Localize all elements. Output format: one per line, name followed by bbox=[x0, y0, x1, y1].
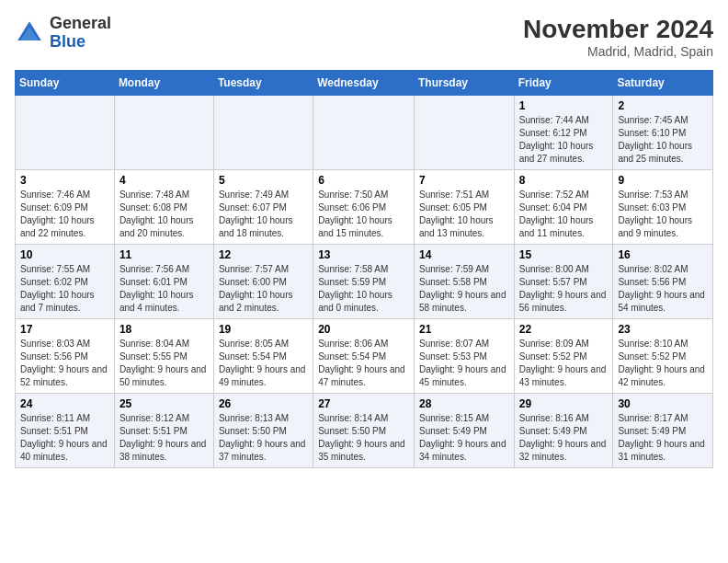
day-info: Sunrise: 7:58 AM Sunset: 5:59 PM Dayligh… bbox=[318, 263, 409, 315]
day-number: 9 bbox=[618, 174, 708, 187]
calendar-cell: 20Sunrise: 8:06 AM Sunset: 5:54 PM Dayli… bbox=[313, 319, 415, 394]
calendar-cell bbox=[313, 96, 415, 170]
day-info: Sunrise: 7:48 AM Sunset: 6:08 PM Dayligh… bbox=[119, 189, 209, 240]
header: General Blue November 2024 Madrid, Madri… bbox=[15, 15, 713, 59]
calendar-table: SundayMondayTuesdayWednesdayThursdayFrid… bbox=[15, 70, 713, 468]
calendar-cell: 25Sunrise: 8:12 AM Sunset: 5:51 PM Dayli… bbox=[114, 394, 213, 468]
calendar-week-row: 17Sunrise: 8:03 AM Sunset: 5:56 PM Dayli… bbox=[16, 319, 713, 394]
day-info: Sunrise: 8:15 AM Sunset: 5:49 PM Dayligh… bbox=[419, 412, 509, 464]
day-number: 17 bbox=[20, 323, 109, 336]
logo-general: General bbox=[50, 14, 111, 32]
day-info: Sunrise: 8:13 AM Sunset: 5:50 PM Dayligh… bbox=[219, 412, 308, 464]
day-number: 26 bbox=[219, 397, 308, 410]
day-info: Sunrise: 8:14 AM Sunset: 5:50 PM Dayligh… bbox=[318, 412, 409, 464]
logo-blue: Blue bbox=[50, 32, 85, 51]
calendar-cell: 2Sunrise: 7:45 AM Sunset: 6:10 PM Daylig… bbox=[613, 96, 713, 170]
day-header: Monday bbox=[114, 71, 213, 96]
day-info: Sunrise: 8:05 AM Sunset: 5:54 PM Dayligh… bbox=[219, 338, 308, 389]
day-number: 4 bbox=[119, 174, 209, 187]
calendar-cell: 26Sunrise: 8:13 AM Sunset: 5:50 PM Dayli… bbox=[213, 394, 313, 468]
day-header: Tuesday bbox=[213, 71, 313, 96]
day-number: 7 bbox=[419, 174, 509, 187]
day-number: 18 bbox=[119, 323, 209, 336]
day-header: Saturday bbox=[613, 71, 713, 96]
calendar-cell: 28Sunrise: 8:15 AM Sunset: 5:49 PM Dayli… bbox=[414, 394, 514, 468]
calendar-cell: 7Sunrise: 7:51 AM Sunset: 6:05 PM Daylig… bbox=[414, 170, 514, 245]
day-info: Sunrise: 8:07 AM Sunset: 5:53 PM Dayligh… bbox=[419, 338, 509, 389]
day-number: 8 bbox=[519, 174, 609, 187]
calendar-cell: 16Sunrise: 8:02 AM Sunset: 5:56 PM Dayli… bbox=[613, 245, 713, 319]
calendar-cell: 29Sunrise: 8:16 AM Sunset: 5:49 PM Dayli… bbox=[514, 394, 613, 468]
calendar-cell: 1Sunrise: 7:44 AM Sunset: 6:12 PM Daylig… bbox=[514, 96, 613, 170]
day-number: 21 bbox=[419, 323, 509, 336]
day-info: Sunrise: 8:02 AM Sunset: 5:56 PM Dayligh… bbox=[618, 263, 708, 315]
day-number: 13 bbox=[318, 248, 409, 261]
calendar-cell: 17Sunrise: 8:03 AM Sunset: 5:56 PM Dayli… bbox=[16, 319, 115, 394]
day-info: Sunrise: 8:11 AM Sunset: 5:51 PM Dayligh… bbox=[20, 412, 109, 464]
calendar-header-row: SundayMondayTuesdayWednesdayThursdayFrid… bbox=[16, 71, 713, 96]
day-number: 12 bbox=[219, 248, 308, 261]
day-info: Sunrise: 8:16 AM Sunset: 5:49 PM Dayligh… bbox=[519, 412, 609, 464]
day-info: Sunrise: 7:52 AM Sunset: 6:04 PM Dayligh… bbox=[519, 189, 609, 240]
day-number: 1 bbox=[519, 99, 609, 112]
calendar-cell: 19Sunrise: 8:05 AM Sunset: 5:54 PM Dayli… bbox=[213, 319, 313, 394]
calendar-cell bbox=[414, 96, 514, 170]
calendar-cell: 4Sunrise: 7:48 AM Sunset: 6:08 PM Daylig… bbox=[114, 170, 213, 245]
calendar-week-row: 10Sunrise: 7:55 AM Sunset: 6:02 PM Dayli… bbox=[16, 245, 713, 319]
day-number: 10 bbox=[20, 248, 109, 261]
logo-icon bbox=[15, 18, 44, 48]
calendar-cell: 5Sunrise: 7:49 AM Sunset: 6:07 PM Daylig… bbox=[213, 170, 313, 245]
day-number: 29 bbox=[519, 397, 609, 410]
day-number: 20 bbox=[318, 323, 409, 336]
day-header: Wednesday bbox=[313, 71, 415, 96]
day-number: 24 bbox=[20, 397, 109, 410]
calendar-cell: 23Sunrise: 8:10 AM Sunset: 5:52 PM Dayli… bbox=[613, 319, 713, 394]
calendar-week-row: 1Sunrise: 7:44 AM Sunset: 6:12 PM Daylig… bbox=[16, 96, 713, 170]
calendar-cell: 6Sunrise: 7:50 AM Sunset: 6:06 PM Daylig… bbox=[313, 170, 415, 245]
day-number: 2 bbox=[618, 99, 708, 112]
day-header: Sunday bbox=[16, 71, 115, 96]
day-info: Sunrise: 7:57 AM Sunset: 6:00 PM Dayligh… bbox=[219, 263, 308, 315]
day-info: Sunrise: 7:53 AM Sunset: 6:03 PM Dayligh… bbox=[618, 189, 708, 240]
calendar-cell bbox=[16, 96, 115, 170]
day-info: Sunrise: 8:10 AM Sunset: 5:52 PM Dayligh… bbox=[618, 338, 708, 389]
day-info: Sunrise: 8:17 AM Sunset: 5:49 PM Dayligh… bbox=[618, 412, 708, 464]
day-number: 15 bbox=[519, 248, 609, 261]
day-number: 5 bbox=[219, 174, 308, 187]
day-number: 30 bbox=[618, 397, 708, 410]
calendar-cell: 11Sunrise: 7:56 AM Sunset: 6:01 PM Dayli… bbox=[114, 245, 213, 319]
calendar-cell: 14Sunrise: 7:59 AM Sunset: 5:58 PM Dayli… bbox=[414, 245, 514, 319]
day-number: 23 bbox=[618, 323, 708, 336]
calendar-week-row: 24Sunrise: 8:11 AM Sunset: 5:51 PM Dayli… bbox=[16, 394, 713, 468]
logo-text: General Blue bbox=[50, 15, 111, 52]
calendar-cell: 22Sunrise: 8:09 AM Sunset: 5:52 PM Dayli… bbox=[514, 319, 613, 394]
title-block: November 2024 Madrid, Madrid, Spain bbox=[523, 15, 713, 59]
day-number: 27 bbox=[318, 397, 409, 410]
day-info: Sunrise: 8:03 AM Sunset: 5:56 PM Dayligh… bbox=[20, 338, 109, 389]
day-number: 11 bbox=[119, 248, 209, 261]
day-info: Sunrise: 7:46 AM Sunset: 6:09 PM Dayligh… bbox=[20, 189, 109, 240]
day-number: 19 bbox=[219, 323, 308, 336]
calendar-cell bbox=[213, 96, 313, 170]
day-info: Sunrise: 8:00 AM Sunset: 5:57 PM Dayligh… bbox=[519, 263, 609, 315]
day-info: Sunrise: 7:45 AM Sunset: 6:10 PM Dayligh… bbox=[618, 114, 708, 166]
location: Madrid, Madrid, Spain bbox=[523, 44, 713, 59]
calendar-cell: 21Sunrise: 8:07 AM Sunset: 5:53 PM Dayli… bbox=[414, 319, 514, 394]
day-info: Sunrise: 7:44 AM Sunset: 6:12 PM Dayligh… bbox=[519, 114, 609, 166]
day-info: Sunrise: 8:04 AM Sunset: 5:55 PM Dayligh… bbox=[119, 338, 209, 389]
day-number: 22 bbox=[519, 323, 609, 336]
day-info: Sunrise: 8:06 AM Sunset: 5:54 PM Dayligh… bbox=[318, 338, 409, 389]
calendar-cell: 8Sunrise: 7:52 AM Sunset: 6:04 PM Daylig… bbox=[514, 170, 613, 245]
day-info: Sunrise: 7:50 AM Sunset: 6:06 PM Dayligh… bbox=[318, 189, 409, 240]
day-number: 25 bbox=[119, 397, 209, 410]
calendar-cell: 9Sunrise: 7:53 AM Sunset: 6:03 PM Daylig… bbox=[613, 170, 713, 245]
calendar-cell: 12Sunrise: 7:57 AM Sunset: 6:00 PM Dayli… bbox=[213, 245, 313, 319]
day-info: Sunrise: 8:09 AM Sunset: 5:52 PM Dayligh… bbox=[519, 338, 609, 389]
day-info: Sunrise: 7:59 AM Sunset: 5:58 PM Dayligh… bbox=[419, 263, 509, 315]
day-info: Sunrise: 7:51 AM Sunset: 6:05 PM Dayligh… bbox=[419, 189, 509, 240]
day-number: 3 bbox=[20, 174, 109, 187]
calendar-cell bbox=[114, 96, 213, 170]
calendar-cell: 18Sunrise: 8:04 AM Sunset: 5:55 PM Dayli… bbox=[114, 319, 213, 394]
day-header: Thursday bbox=[414, 71, 514, 96]
calendar-cell: 27Sunrise: 8:14 AM Sunset: 5:50 PM Dayli… bbox=[313, 394, 415, 468]
